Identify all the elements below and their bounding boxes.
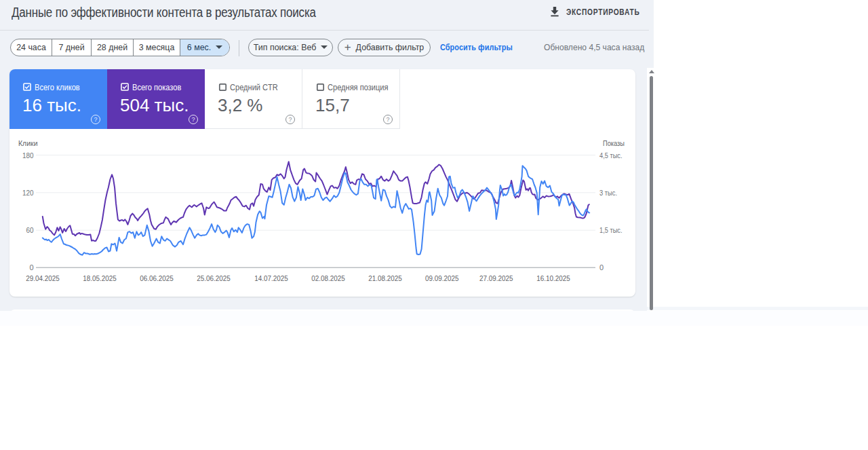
svg-text:29.04.2025: 29.04.2025	[26, 274, 60, 282]
svg-text:21.08.2025: 21.08.2025	[368, 274, 402, 282]
svg-text:0: 0	[599, 263, 604, 271]
svg-text:3 тыс.: 3 тыс.	[599, 189, 617, 197]
svg-text:60: 60	[26, 226, 34, 234]
svg-text:180: 180	[22, 151, 34, 160]
svg-text:120: 120	[22, 189, 34, 197]
svg-text:Показы: Показы	[603, 139, 625, 147]
svg-text:0: 0	[29, 263, 33, 271]
svg-text:4,5 тыс.: 4,5 тыс.	[599, 151, 623, 160]
svg-text:16.10.2025: 16.10.2025	[536, 274, 570, 282]
svg-text:Клики: Клики	[18, 139, 38, 147]
svg-text:14.07.2025: 14.07.2025	[254, 274, 288, 282]
svg-text:09.09.2025: 09.09.2025	[425, 274, 459, 282]
svg-text:25.06.2025: 25.06.2025	[197, 274, 231, 282]
svg-text:27.09.2025: 27.09.2025	[479, 274, 513, 282]
svg-text:1,5 тыс.: 1,5 тыс.	[599, 226, 623, 234]
svg-text:06.06.2025: 06.06.2025	[140, 274, 174, 282]
svg-text:02.08.2025: 02.08.2025	[311, 274, 345, 282]
svg-text:18.05.2025: 18.05.2025	[83, 274, 117, 282]
